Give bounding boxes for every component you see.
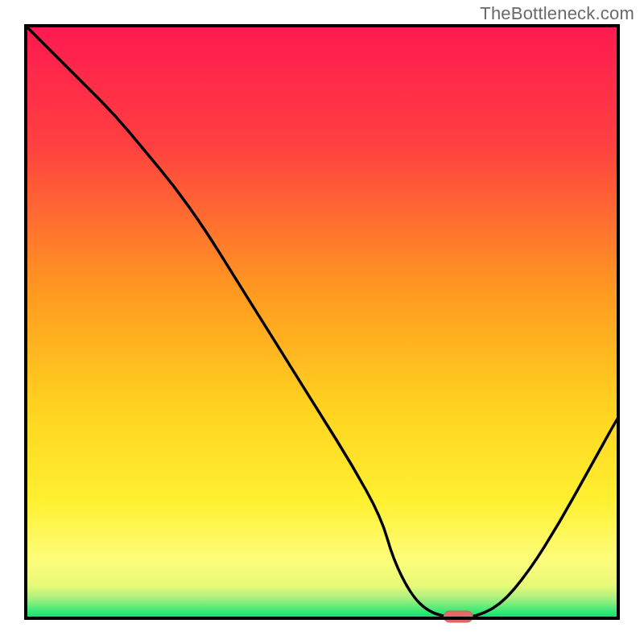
bottleneck-chart bbox=[0, 0, 644, 644]
chart-container: TheBottleneck.com bbox=[0, 0, 644, 644]
watermark-text: TheBottleneck.com bbox=[480, 3, 634, 24]
